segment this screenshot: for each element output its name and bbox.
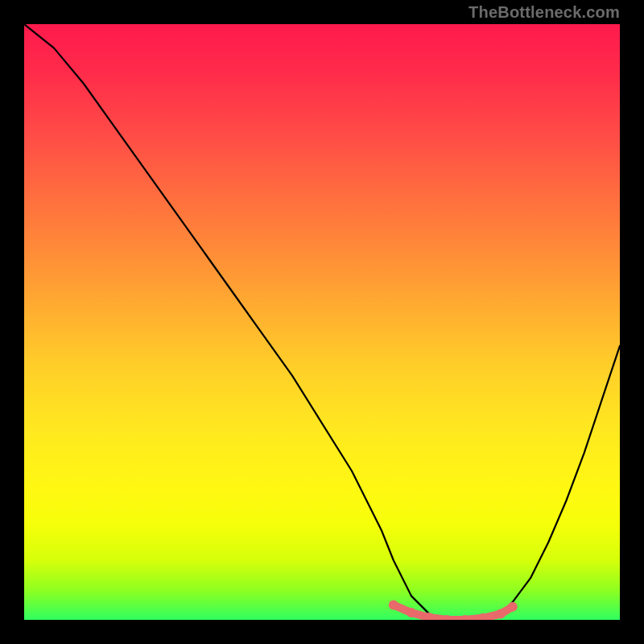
svg-point-6 bbox=[496, 609, 506, 619]
optimal-band-marker bbox=[389, 601, 518, 621]
chart-svg bbox=[24, 24, 620, 620]
svg-point-7 bbox=[508, 602, 518, 612]
bottleneck-curve bbox=[24, 24, 620, 620]
attribution-label: TheBottleneck.com bbox=[469, 3, 620, 22]
svg-point-0 bbox=[389, 601, 398, 610]
plot-area bbox=[24, 24, 620, 620]
chart-container: TheBottleneck.com bbox=[0, 0, 644, 644]
svg-point-1 bbox=[407, 608, 416, 617]
